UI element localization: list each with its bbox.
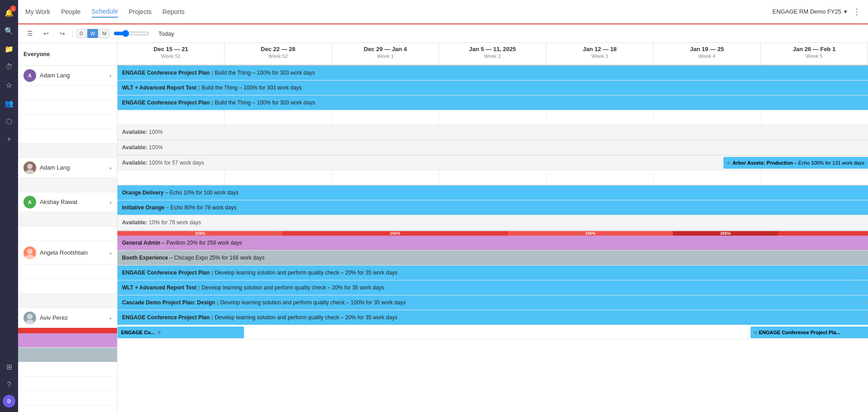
tab-reports[interactable]: Reports [163, 6, 185, 17]
star-icon[interactable]: ☆ [1, 77, 17, 93]
person-row-aviv[interactable]: Aviv Perez ▴ [18, 308, 117, 328]
view-day-button[interactable]: D [76, 29, 86, 38]
week-col-1: Dec 29 — Jan 4 Week 1 [332, 43, 439, 65]
person-name-aviv: Aviv Perez [40, 314, 106, 321]
avail-label-adam-person: Available: 100% [117, 140, 868, 155]
week-col-52: Dec 22 — 28 Week 52 [225, 43, 332, 65]
today-button[interactable]: Today [153, 28, 180, 39]
task-row-cascade[interactable]: Cascade Demo Project Plan: Design|Develo… [117, 295, 868, 310]
task-placeholder [18, 114, 117, 129]
person-name-adam-lang: Adam Lang [40, 164, 106, 171]
task-row-initiative-orange[interactable]: Initiative Orange – Echo 80% for 78 work… [117, 200, 868, 215]
task-label-engage-conf-2: ENGAGE Conference Project Plan|Build the… [117, 95, 868, 110]
overalloc-indicator [18, 328, 117, 333]
week-dates-52: Dec 22 — 28 [228, 46, 328, 52]
task-label-engage-conf-aviv-2: ENGAGE Conference Project Plan|Develop l… [117, 310, 868, 325]
add-icon[interactable]: + [1, 131, 17, 147]
week-col-5: Jan 26 — Feb 1 Week 5 [761, 43, 868, 65]
help-icon[interactable]: ? [1, 377, 17, 393]
hamburger-button[interactable]: ☰ [23, 27, 36, 40]
main-content: My Work People Schedule Projects Reports… [18, 0, 868, 412]
collapse-akshay[interactable]: ▴ [109, 199, 112, 204]
tab-people[interactable]: People [61, 6, 81, 17]
week-dates-2: Jan 5 — 11, 2025 [443, 46, 542, 52]
task-row-wlt-aviv[interactable]: WLT + Advanced Report Test|Develop learn… [117, 280, 868, 295]
task-row-booth-experience[interactable]: Booth Experience – Chicago Expo 25% for … [117, 251, 868, 265]
people-icon[interactable]: 👥 [1, 95, 17, 111]
collapse-aviv[interactable]: ▴ [109, 315, 112, 320]
search-icon[interactable]: 🔍 [1, 23, 17, 39]
zoom-slider[interactable] [113, 30, 150, 37]
available-placeholder [18, 294, 117, 308]
view-month-button[interactable]: M [99, 29, 109, 38]
task-row-orange-delivery[interactable]: Orange Delivery – Echo 10% for 100 work … [117, 185, 868, 200]
task-label-general-admin: General Admin – Pavilion 20% for 258 wor… [117, 236, 868, 250]
row-menu-icon-3[interactable]: ≡ [863, 299, 866, 306]
bell-icon[interactable]: 🔔 1 [1, 5, 17, 21]
person-avatar-adam-lang-group: A [23, 69, 36, 82]
task-placeholder [18, 333, 117, 348]
person-row-akshay[interactable]: A Akshay Rawat ▴ [18, 192, 117, 212]
notification-badge: 1 [10, 5, 16, 12]
svg-point-0 [27, 164, 33, 169]
week-label-52: Week 52 [228, 53, 328, 59]
available-placeholder [18, 212, 117, 227]
undo-button[interactable]: ↩ [40, 27, 52, 40]
person-row-adam-lang[interactable]: Adam Lang ▴ [18, 158, 117, 178]
tab-my-work[interactable]: My Work [25, 6, 50, 17]
arbor-assets-bar[interactable]: ≡ Arbor Assets: Production – Echo 100% f… [723, 157, 868, 169]
task-placeholder [18, 265, 117, 279]
tab-projects[interactable]: Projects [129, 6, 152, 17]
gantt-rows: ENGAGE Conference Project Plan|Build the… [117, 66, 868, 340]
person-row-adam-lang-group[interactable]: A Adam Lang ▴ [18, 66, 117, 85]
redo-button[interactable]: ↪ [56, 27, 69, 40]
week-col-2: Jan 5 — 11, 2025 Week 2 [439, 43, 546, 65]
avail-label-angela: Available: 10% for 78 work days [117, 215, 868, 230]
clock-icon[interactable]: ⏱ [1, 59, 17, 75]
person-section-akshay: A Akshay Rawat ▴ [18, 192, 117, 241]
collapse-adam-lang-group[interactable]: ▴ [109, 73, 112, 78]
puzzle-icon[interactable]: ⬡ [1, 113, 17, 129]
grid-icon[interactable]: ⊞ [1, 359, 17, 375]
task-row-engage-conf-aviv-2[interactable]: ENGAGE Conference Project Plan|Develop l… [117, 310, 868, 325]
svg-point-1 [25, 170, 34, 174]
week-col-4: Jan 19 — 25 Week 4 [653, 43, 760, 65]
workspace-selector[interactable]: ENGAGE RM Demo FY25 ▾ [773, 8, 847, 15]
person-row-angela[interactable]: Angela Rootshtain ▴ [18, 241, 117, 265]
row-menu-icon-4[interactable]: ≡ [863, 314, 866, 321]
task-label-orange-delivery: Orange Delivery – Echo 10% for 100 work … [117, 185, 868, 200]
avail-row-adam-person: Available: 100% [117, 140, 868, 155]
collapse-adam-lang[interactable]: ▴ [109, 165, 112, 170]
row-menu-icon-1[interactable]: ≡ [863, 269, 866, 276]
row-menu-icon-2[interactable]: ≡ [863, 284, 866, 291]
week-label-3: Week 3 [550, 53, 649, 59]
folder-icon[interactable]: 📁 [1, 41, 17, 57]
task-placeholder [18, 362, 117, 377]
task-row-engage-conf-aviv-1[interactable]: ENGAGE Conference Project Plan|Develop l… [117, 265, 868, 280]
collapse-angela[interactable]: ▴ [109, 250, 112, 255]
person-avatar-akshay: A [23, 196, 36, 208]
person-avatar-adam-lang [23, 161, 36, 174]
task-row-engage-conf-1[interactable]: ENGAGE Conference Project Plan|Build the… [117, 66, 868, 81]
more-options-icon[interactable]: ⋮ [853, 7, 861, 17]
user-avatar[interactable]: D [3, 395, 15, 407]
empty-row-1 [117, 110, 868, 125]
person-name-akshay: Akshay Rawat [40, 199, 106, 205]
engage-conf-bar-right[interactable]: ≡ ENGAGE Conference Project Pla... [751, 327, 868, 338]
task-label-wlt-1: WLT + Advanced Report Test|Build the Thi… [117, 81, 868, 95]
avail-row-akshay: Available: 100% for 57 work days ≡ Arbor… [117, 155, 868, 170]
svg-point-5 [25, 320, 34, 324]
svg-point-3 [25, 255, 34, 259]
tab-schedule[interactable]: Schedule [92, 6, 118, 18]
task-row-engage-conf-2[interactable]: ENGAGE Conference Project Plan|Build the… [117, 95, 868, 110]
oa-seg-4: 265% [673, 231, 778, 236]
task-label-booth-experience: Booth Experience – Chicago Expo 25% for … [117, 251, 868, 265]
task-row-general-admin[interactable]: General Admin – Pavilion 20% for 258 wor… [117, 236, 868, 251]
task-placeholder [18, 227, 117, 241]
avail-row-angela: Available: 10% for 78 work days [117, 215, 868, 230]
task-row-engage-co-truncated[interactable]: ENGAGE Co... ≡ ≡ ENGAGE Conference Proje… [117, 325, 868, 340]
view-week-button[interactable]: W [87, 29, 98, 38]
engage-co-bar-left[interactable]: ENGAGE Co... ≡ [117, 327, 244, 338]
person-section-adam-lang: Adam Lang ▴ [18, 158, 117, 192]
task-row-wlt-1[interactable]: WLT + Advanced Report Test|Build the Thi… [117, 81, 868, 95]
